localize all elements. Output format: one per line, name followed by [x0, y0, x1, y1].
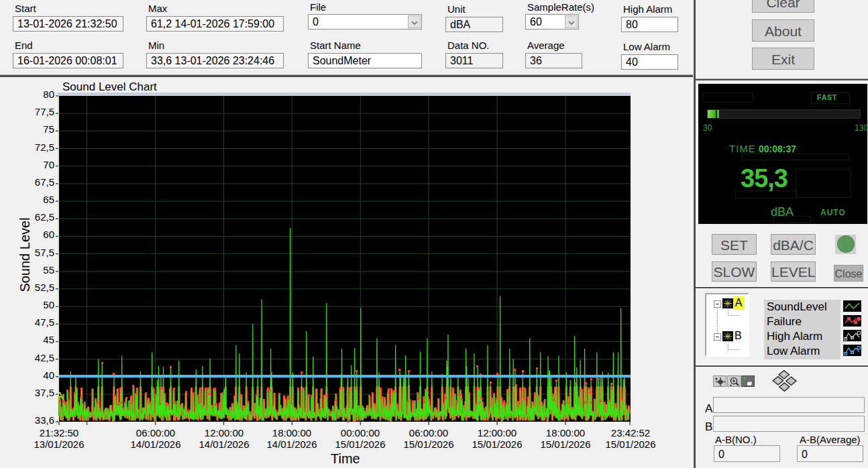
svg-text:Time: Time [331, 451, 360, 466]
svg-text:A: A [56, 390, 63, 401]
svg-text:Sound Level Chart: Sound Level Chart [62, 80, 157, 93]
